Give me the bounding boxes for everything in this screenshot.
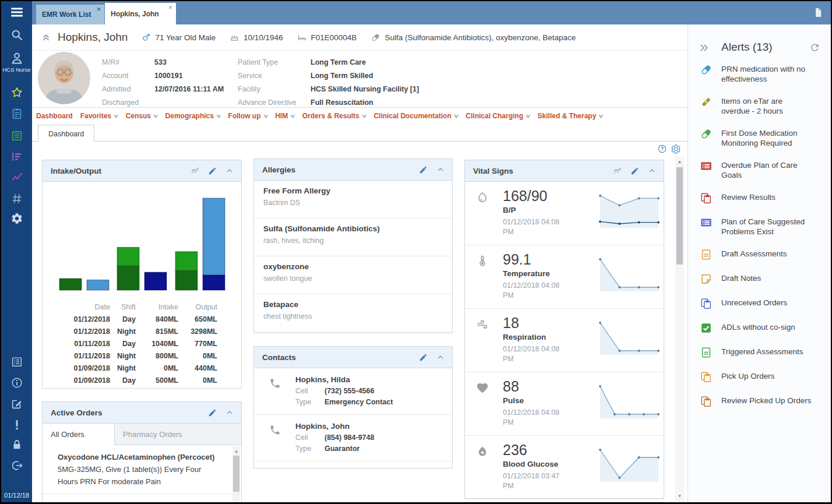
orders-scrollbar[interactable]: ▲ bbox=[232, 446, 240, 502]
intake-output-chart bbox=[43, 182, 241, 296]
scroll-up-arrow[interactable]: ▲ bbox=[232, 447, 240, 455]
nav-item-him[interactable]: HIM∨ bbox=[275, 112, 295, 120]
glucose-drop-icon bbox=[476, 445, 489, 458]
alert-item[interactable]: Overdue Plan of Care Goals bbox=[700, 160, 824, 180]
sidebar-date: 01/12/18 bbox=[1, 492, 32, 499]
nav-item-clinical-charging[interactable]: Clinical Charging∨ bbox=[466, 112, 530, 120]
clipboard-copy-icon bbox=[700, 371, 713, 383]
trend-icon[interactable] bbox=[1, 171, 32, 184]
chevron-up-icon[interactable] bbox=[647, 166, 657, 175]
contact-phone-row: Cell(854) 984-9748 bbox=[295, 433, 452, 442]
alert-item[interactable]: Triggered Assessments bbox=[700, 346, 824, 359]
alert-item[interactable]: Draft Notes bbox=[700, 273, 824, 286]
edit-icon[interactable] bbox=[1, 397, 32, 410]
scroll-down-arrow[interactable]: ▼ bbox=[675, 492, 684, 500]
chevron-up-icon[interactable] bbox=[225, 166, 234, 175]
logout-icon[interactable] bbox=[1, 459, 32, 472]
search-icon[interactable] bbox=[1, 28, 32, 42]
help-icon[interactable]: ? bbox=[657, 144, 667, 154]
pencil-icon[interactable] bbox=[208, 408, 217, 417]
active-orders-card-header: Active Orders bbox=[43, 402, 241, 424]
pencil-icon[interactable] bbox=[419, 165, 428, 174]
clipboard-copy-icon bbox=[700, 297, 713, 310]
alert-item[interactable]: First Dose Medication Monitoring Require… bbox=[700, 128, 824, 148]
nav-item-favorites[interactable]: Favorites∨ bbox=[80, 112, 118, 120]
close-icon[interactable]: × bbox=[97, 5, 101, 13]
chevron-down-icon: ∨ bbox=[525, 113, 531, 119]
table-row: 01/11/2018Day1040ML770ML bbox=[51, 337, 217, 350]
nav-item-orders-results[interactable]: Orders & Results∨ bbox=[302, 112, 366, 120]
chevron-up-icon[interactable] bbox=[225, 408, 234, 417]
pencil-icon[interactable] bbox=[419, 353, 428, 362]
vital-sparkline bbox=[597, 446, 662, 482]
sparkline-icon[interactable] bbox=[191, 166, 200, 175]
allergy-name: Betapace bbox=[263, 300, 452, 309]
double-chevron-up-icon[interactable] bbox=[40, 31, 52, 43]
document-icon[interactable] bbox=[813, 7, 824, 18]
double-chevron-right-icon[interactable] bbox=[698, 42, 710, 54]
gear-icon[interactable] bbox=[1, 212, 32, 225]
nav-item-label: Census bbox=[126, 112, 151, 120]
alert-item[interactable]: PRN medication with no effectiveness bbox=[700, 64, 824, 84]
clipboard-icon[interactable] bbox=[1, 107, 32, 120]
scroll-up-arrow[interactable]: ▲ bbox=[675, 158, 684, 165]
alerts-panel: Alerts (13)PRN medication with no effect… bbox=[688, 24, 831, 502]
news-icon[interactable] bbox=[1, 129, 32, 142]
hash-icon[interactable] bbox=[1, 192, 32, 205]
detail-label: Discharged bbox=[102, 98, 154, 107]
scrollbar-thumb[interactable] bbox=[233, 456, 239, 492]
alert-item[interactable]: Review Results bbox=[700, 192, 824, 205]
alert-item[interactable]: Plan of Care Suggested Problems Exist bbox=[700, 216, 824, 237]
chevron-up-icon[interactable] bbox=[436, 165, 445, 174]
chevron-down-icon: ∨ bbox=[361, 113, 368, 119]
scrollbar-thumb[interactable] bbox=[676, 167, 683, 265]
settings-icon[interactable] bbox=[671, 144, 681, 154]
star-icon[interactable] bbox=[1, 86, 32, 99]
etar-pill-icon bbox=[700, 96, 713, 108]
nav-item-dashboard[interactable]: Dashboard bbox=[36, 112, 73, 120]
tab-pharmacy-orders[interactable]: Pharmacy Orders bbox=[115, 424, 241, 445]
alert-text: Review Results bbox=[721, 192, 812, 205]
sparkline-icon[interactable] bbox=[613, 166, 622, 175]
detail-value: Long Term Care bbox=[311, 58, 366, 66]
nav-item-census[interactable]: Census∨ bbox=[126, 112, 158, 120]
user-icon[interactable] bbox=[1, 51, 32, 65]
list-chart-icon[interactable] bbox=[1, 150, 32, 163]
close-icon[interactable]: × bbox=[168, 3, 172, 12]
window-tab-2[interactable]: Hopkins, John× bbox=[105, 3, 176, 24]
alert-item[interactable]: ADLs without co-sign bbox=[700, 322, 824, 334]
vital-timestamp: 01/12/2018 04:08 PM bbox=[503, 281, 568, 301]
order-name: Acetaminophen (Tylenol) bbox=[58, 502, 147, 502]
nav-item-follow-up[interactable]: Follow up∨ bbox=[228, 112, 268, 120]
refresh-icon[interactable] bbox=[809, 42, 820, 53]
pencil-icon[interactable] bbox=[630, 167, 639, 175]
vital-label: Blood Glucose bbox=[503, 460, 558, 468]
alert-item[interactable]: Unreceived Orders bbox=[700, 297, 824, 310]
pencil-icon[interactable] bbox=[208, 167, 217, 175]
phone-label: Cell bbox=[295, 387, 325, 395]
left-sidebar: HCS Nurse01/12/18 bbox=[1, 1, 32, 502]
chevron-up-icon[interactable] bbox=[436, 353, 445, 362]
window-tab-1[interactable]: EMR Work List× bbox=[36, 5, 104, 24]
nav-item-skilled-therapy[interactable]: Skilled & Therapy∨ bbox=[538, 112, 603, 120]
alert-item[interactable]: Draft Assessments bbox=[700, 248, 824, 261]
lock-icon[interactable] bbox=[1, 438, 32, 451]
dashboard-scrollbar[interactable]: ▲▼ bbox=[675, 156, 684, 502]
table-cell: 500ML bbox=[136, 374, 178, 386]
exclamation-icon[interactable] bbox=[1, 418, 32, 431]
tab-dashboard[interactable]: Dashboard bbox=[38, 125, 94, 142]
vital-signs-card: Vital Signs168/90B/P01/12/2018 04:08 PM9… bbox=[464, 160, 664, 499]
tab-all-orders[interactable]: All Orders bbox=[43, 424, 115, 445]
alert-item[interactable]: Items on eTar are overdue - 2 hours bbox=[700, 96, 824, 116]
info-icon[interactable] bbox=[1, 376, 32, 389]
nav-item-demographics[interactable]: Demographics∨ bbox=[165, 112, 221, 120]
contact-type-row: TypeEmergency Contact bbox=[295, 398, 452, 406]
list-box-icon[interactable] bbox=[1, 355, 32, 368]
menu-icon[interactable] bbox=[1, 5, 32, 20]
nav-item-clinical-documentation[interactable]: Clinical Documentation∨ bbox=[373, 112, 458, 120]
contacts-card: ContactsHopkins, HildaCell(732) 555-4566… bbox=[253, 346, 453, 468]
alert-item[interactable]: Pick Up Orders bbox=[700, 371, 824, 383]
card-title: Contacts bbox=[262, 353, 411, 362]
table-cell: 01/11/2018 bbox=[51, 337, 110, 350]
alert-item[interactable]: Review Picked Up Orders bbox=[700, 395, 824, 408]
